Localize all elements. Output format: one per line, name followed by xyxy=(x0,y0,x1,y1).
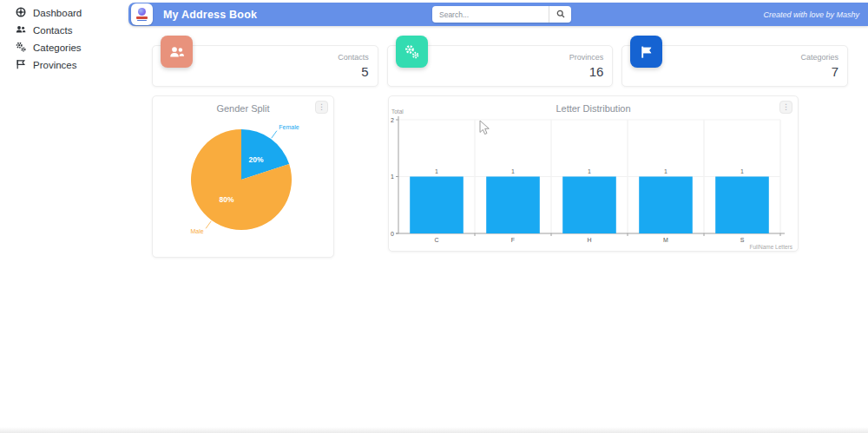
gears-icon xyxy=(396,36,428,68)
bar-value-label: 1 xyxy=(664,168,667,174)
people-icon xyxy=(161,36,193,68)
stats-row: Contacts 5 Provinces 16 Categories 7 xyxy=(152,45,848,87)
bar xyxy=(486,177,540,234)
letter-distribution-card: Letter Distribution ⋮ 0121C1F1H1M1STotal… xyxy=(388,95,799,252)
pie-outside-label: Male xyxy=(191,228,204,234)
stat-value: 5 xyxy=(361,64,368,79)
sidebar-item-categories[interactable]: Categories xyxy=(0,39,128,56)
stat-card-provinces: Provinces 16 xyxy=(387,45,614,87)
stat-value: 16 xyxy=(589,64,604,79)
gender-split-pie-chart: 20%Female80%Male xyxy=(153,96,335,259)
stat-value: 7 xyxy=(832,64,838,79)
bar xyxy=(562,177,616,234)
pie-slice-percent-label: 20% xyxy=(249,155,264,164)
bar xyxy=(715,177,769,234)
stat-label: Provinces xyxy=(569,53,604,62)
bar-value-label: 1 xyxy=(511,168,515,174)
y-axis-title: Total xyxy=(391,108,404,115)
contacts-icon xyxy=(16,24,26,36)
main-content: Contacts 5 Provinces 16 Categories 7 Gen… xyxy=(128,0,868,433)
pie-slice-percent-label: 80% xyxy=(219,195,233,204)
stat-label: Contacts xyxy=(338,53,369,62)
y-tick-label: 0 xyxy=(391,231,394,237)
bar xyxy=(410,177,464,234)
flag-icon xyxy=(630,36,662,68)
stat-card-contacts: Contacts 5 xyxy=(152,45,378,87)
sidebar-item-label: Dashboard xyxy=(33,8,82,18)
bar-value-label: 1 xyxy=(435,168,438,174)
dashboard-icon xyxy=(16,7,26,19)
categories-icon xyxy=(16,42,26,54)
bar-value-label: 1 xyxy=(588,168,591,174)
bottom-scroll-area[interactable] xyxy=(0,427,868,433)
x-category-label: M xyxy=(663,237,668,243)
x-category-label: F xyxy=(511,237,515,243)
sidebar-item-provinces[interactable]: Provinces xyxy=(0,56,128,74)
x-category-label: S xyxy=(740,237,745,243)
pie-leader-line xyxy=(206,221,211,228)
sidebar-item-label: Provinces xyxy=(33,60,77,70)
flag-icon xyxy=(16,59,26,71)
x-axis-title: FullName Letters xyxy=(750,244,793,250)
sidebar-item-label: Categories xyxy=(33,43,82,53)
x-category-label: C xyxy=(434,237,438,243)
x-category-label: H xyxy=(587,237,591,243)
stat-card-categories: Categories 7 xyxy=(621,45,848,87)
y-tick-label: 1 xyxy=(391,174,394,180)
bar-value-label: 1 xyxy=(740,168,744,174)
sidebar-item-dashboard[interactable]: Dashboard xyxy=(0,4,128,22)
pie-outside-label: Female xyxy=(279,124,299,130)
bar xyxy=(639,177,693,234)
sidebar-item-contacts[interactable]: Contacts xyxy=(0,22,128,39)
sidebar: Dashboard Contacts Categories Provinces xyxy=(0,0,128,433)
y-tick-label: 2 xyxy=(391,117,394,123)
letter-distribution-bar-chart: 0121C1F1H1M1STotalFullName Letters xyxy=(389,96,799,253)
pie-leader-line xyxy=(272,131,277,138)
sidebar-item-label: Contacts xyxy=(33,25,72,36)
stat-label: Categories xyxy=(800,53,838,62)
gender-split-card: Gender Split ⋮ 20%Female80%Male xyxy=(152,95,334,258)
